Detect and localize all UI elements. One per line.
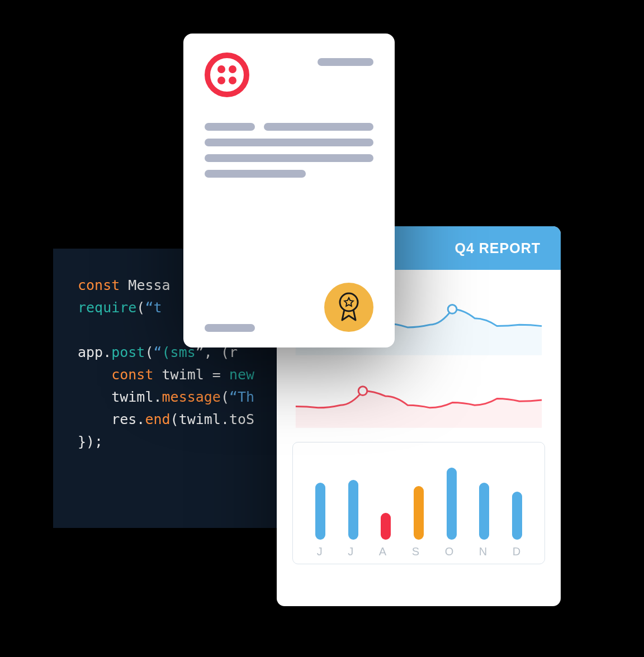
bar-chart-panel: JJASOND (292, 442, 545, 564)
bar (315, 483, 325, 540)
bar (348, 480, 358, 540)
code-token: Th (238, 389, 254, 405)
svg-point-1 (358, 387, 367, 396)
bar-label: O (445, 545, 454, 558)
bar-row (304, 456, 533, 540)
code-token: end (145, 411, 170, 427)
code-token: = (204, 366, 229, 383)
document-footer (205, 283, 373, 332)
code-token: const (111, 366, 153, 383)
twilio-logo-icon (205, 53, 249, 97)
report-title: Q4 REPORT (455, 240, 541, 256)
svg-point-0 (448, 305, 457, 314)
code-token: ( (221, 389, 229, 405)
code-token: res. (111, 411, 145, 427)
code-token: “ (229, 389, 238, 405)
award-seal-icon (324, 283, 373, 332)
svg-point-2 (340, 293, 358, 311)
placeholder-line (205, 170, 306, 178)
placeholder-line (205, 123, 255, 131)
bar-label: N (479, 545, 487, 558)
code-token: new (229, 366, 254, 383)
code-token: ( (145, 344, 153, 360)
document-body-lines (205, 123, 373, 178)
code-token: ( (136, 299, 145, 316)
code-token: }); (78, 434, 103, 450)
document-card (183, 34, 395, 347)
code-token: t (153, 299, 162, 316)
code-token: app. (78, 344, 111, 360)
code-token: Messa (128, 277, 170, 293)
bar-label: J (348, 545, 353, 558)
bar (381, 513, 391, 540)
sparkline-red (292, 356, 545, 429)
bar-labels: JJASOND (304, 545, 533, 558)
code-token: post (111, 344, 145, 360)
bar (512, 492, 522, 540)
placeholder-line (205, 324, 255, 332)
code-token: message (162, 389, 221, 405)
placeholder-line (205, 139, 373, 146)
bar (414, 486, 424, 540)
code-token: const (78, 277, 120, 293)
document-header (205, 53, 373, 97)
placeholder-line (264, 123, 373, 131)
bar-label: J (317, 545, 323, 558)
code-token: twiml. (111, 389, 162, 405)
bar-label: D (513, 545, 520, 558)
code-token: (twiml.toS (171, 411, 255, 427)
bar (447, 468, 457, 540)
code-token: require (78, 299, 136, 316)
bar-label: A (379, 545, 386, 558)
bar (479, 483, 489, 540)
placeholder-line (205, 154, 373, 162)
code-token: “ (154, 344, 162, 360)
code-token: “ (145, 299, 153, 316)
bar-label: S (412, 545, 419, 558)
placeholder-line (318, 58, 373, 66)
code-token: twiml (162, 366, 204, 383)
